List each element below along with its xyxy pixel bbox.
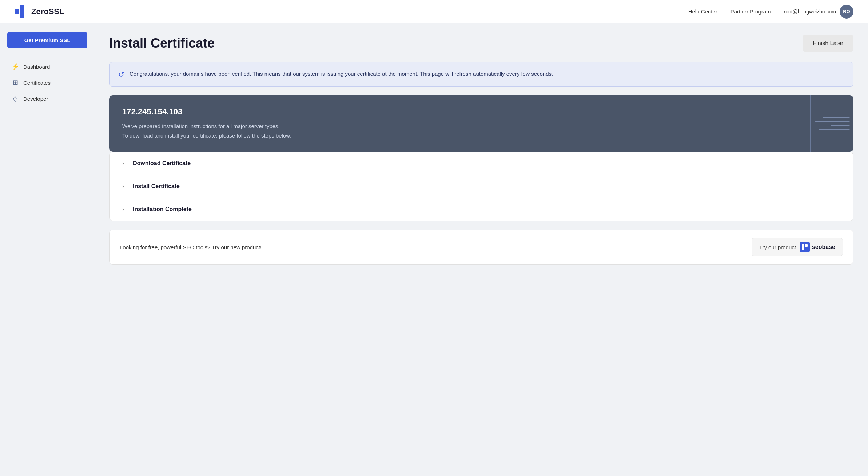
svg-rect-2 xyxy=(20,9,24,14)
layout: Get Premium SSL ⚡ Dashboard ⊞ Certificat… xyxy=(0,23,868,476)
logo: ZeroSSL xyxy=(15,5,64,18)
user-email: root@hongweizhu.com xyxy=(784,9,836,15)
partner-program-link[interactable]: Partner Program xyxy=(730,8,771,15)
deco-line-4 xyxy=(819,129,850,130)
seobase-logo: seobase xyxy=(800,242,835,252)
developer-icon: ◇ xyxy=(12,95,19,102)
svg-rect-3 xyxy=(20,14,24,18)
certificates-icon: ⊞ xyxy=(12,79,19,86)
header-user: root@hongweizhu.com RO xyxy=(784,5,853,19)
server-card-desc: We've prepared installation instructions… xyxy=(122,122,840,140)
try-product-label: Try our product xyxy=(759,244,796,250)
chevron-icon-complete: › xyxy=(120,206,127,213)
sidebar-item-developer[interactable]: ◇ Developer xyxy=(3,91,92,107)
deco-line-1 xyxy=(823,117,850,118)
avatar[interactable]: RO xyxy=(840,5,853,19)
dashboard-icon: ⚡ xyxy=(12,63,19,70)
svg-rect-0 xyxy=(15,9,19,14)
deco-line-3 xyxy=(831,125,850,126)
seobase-icon xyxy=(800,242,810,252)
server-card: 172.245.154.103 We've prepared installat… xyxy=(109,95,853,152)
info-banner: ↺ Congratulations, your domains have bee… xyxy=(109,62,853,87)
accordion-label-download: Download Certificate xyxy=(133,160,191,167)
sidebar-item-dashboard-label: Dashboard xyxy=(23,64,50,70)
page-header: Install Certificate Finish Later xyxy=(109,35,853,52)
finish-later-button[interactable]: Finish Later xyxy=(803,35,853,52)
sidebar-item-certificates[interactable]: ⊞ Certificates xyxy=(3,75,92,91)
accordion-label-complete: Installation Complete xyxy=(133,206,192,213)
header-nav: Help Center Partner Program root@hongwei… xyxy=(688,5,853,19)
sidebar-item-certificates-label: Certificates xyxy=(23,80,51,86)
chevron-icon-install: › xyxy=(120,183,127,190)
sidebar-item-dashboard[interactable]: ⚡ Dashboard xyxy=(3,59,92,75)
svg-rect-4 xyxy=(802,244,804,247)
server-desc-line1: We've prepared installation instructions… xyxy=(122,123,280,129)
get-premium-ssl-button[interactable]: Get Premium SSL xyxy=(7,32,87,48)
deco-line-2 xyxy=(815,121,850,122)
logo-icon xyxy=(15,5,28,18)
server-ip: 172.245.154.103 xyxy=(122,107,840,116)
server-card-decoration xyxy=(810,95,853,152)
accordion-item-download[interactable]: › Download Certificate xyxy=(110,152,853,175)
seo-banner-text: Looking for free, powerful SEO tools? Tr… xyxy=(120,244,262,250)
seobase-brand-name: seobase xyxy=(812,244,835,250)
svg-rect-6 xyxy=(802,247,804,250)
svg-rect-1 xyxy=(20,5,24,9)
try-product-button[interactable]: Try our product seobase xyxy=(752,238,843,256)
sidebar-item-developer-label: Developer xyxy=(23,96,48,102)
logo-text: ZeroSSL xyxy=(31,7,64,16)
info-banner-text: Congratulations, your domains have been … xyxy=(130,70,553,78)
svg-rect-5 xyxy=(805,244,808,247)
sidebar: Get Premium SSL ⚡ Dashboard ⊞ Certificat… xyxy=(0,23,95,476)
accordion-label-install: Install Certificate xyxy=(133,183,180,190)
main-content: Install Certificate Finish Later ↺ Congr… xyxy=(95,23,868,476)
help-center-link[interactable]: Help Center xyxy=(688,8,717,15)
header: ZeroSSL Help Center Partner Program root… xyxy=(0,0,868,23)
accordion: › Download Certificate › Install Certifi… xyxy=(109,152,853,221)
loading-icon: ↺ xyxy=(118,70,124,79)
page-title: Install Certificate xyxy=(109,36,215,51)
server-desc-line2: To download and install your certificate… xyxy=(122,132,291,139)
seo-banner: Looking for free, powerful SEO tools? Tr… xyxy=(109,230,853,265)
accordion-item-install[interactable]: › Install Certificate xyxy=(110,175,853,198)
accordion-item-complete[interactable]: › Installation Complete xyxy=(110,198,853,221)
chevron-icon-download: › xyxy=(120,160,127,167)
